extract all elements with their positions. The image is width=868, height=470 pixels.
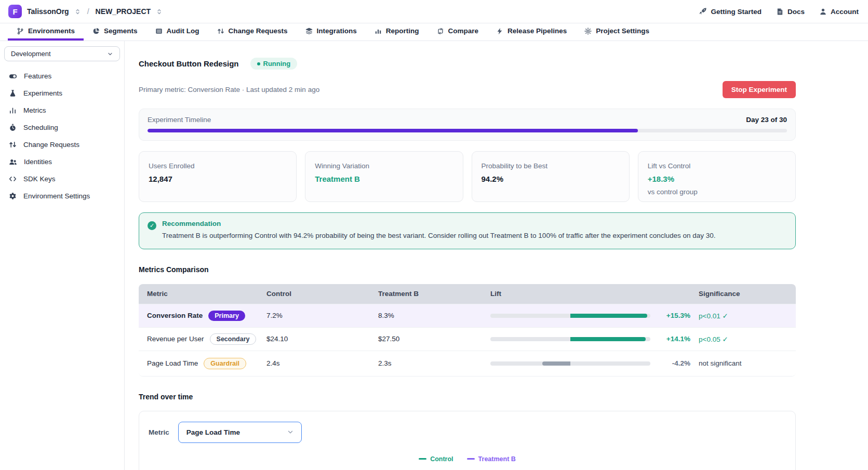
lift-bar (490, 314, 650, 318)
stat-card-probability-best: Probability to be Best 94.2% (472, 151, 630, 202)
tab-release-pipelines[interactable]: Release Pipelines (487, 23, 576, 41)
toggle-icon (9, 72, 17, 80)
treatment-value: 2.3s (370, 359, 482, 367)
recommendation-title: Recommendation (162, 220, 716, 227)
tab-segments[interactable]: Segments (84, 23, 146, 41)
lift-bar (490, 361, 650, 366)
sidebar-item-experiments[interactable]: Experiments (0, 85, 124, 102)
stat-value: Treatment B (315, 174, 453, 183)
breadcrumb-separator: / (87, 7, 89, 16)
check-circle-icon: ✓ (148, 221, 156, 230)
pie-icon (92, 28, 100, 35)
branch-icon (17, 28, 24, 35)
sidebar-item-scheduling[interactable]: Scheduling (0, 119, 124, 136)
metric-select[interactable]: Page Load Time (178, 422, 302, 443)
control-value: 7.2% (258, 312, 370, 319)
control-value: 2.4s (258, 359, 370, 367)
stat-cards: Users Enrolled 12,847 Winning Variation … (139, 151, 796, 202)
breadcrumb: F TalissonOrg / NEW_PROJECT (8, 5, 163, 18)
tab-reporting[interactable]: Reporting (366, 23, 428, 41)
metrics-icon (9, 106, 17, 114)
recommendation-body: Treatment B is outperforming Control wit… (162, 231, 716, 241)
stat-value: +18.3% (648, 174, 786, 183)
sidebar-item-identities[interactable]: Identities (0, 153, 124, 170)
bar-chart-icon (375, 28, 382, 35)
legend-item-control[interactable]: Control (419, 455, 453, 463)
project-nav: Environments Segments Audit Log Change R… (0, 23, 868, 41)
metric-select-label: Metric (149, 428, 169, 436)
stat-card-users-enrolled: Users Enrolled 12,847 (139, 151, 297, 202)
tab-compare[interactable]: Compare (428, 23, 488, 41)
rocket-icon (699, 7, 707, 16)
tab-project-settings[interactable]: Project Settings (576, 23, 658, 41)
recommendation-banner: ✓ Recommendation Treatment B is outperfo… (139, 212, 796, 249)
project-name[interactable]: NEW_PROJECT (96, 7, 151, 16)
docs-link[interactable]: Docs (776, 8, 805, 16)
lift-value: -4.2% (657, 359, 690, 367)
metrics-comparison-heading: Metrics Comparison (139, 265, 796, 274)
metric-badge: Guardrail (204, 358, 246, 369)
sidebar-item-features[interactable]: Features (0, 68, 124, 85)
project-switcher-icon[interactable] (156, 8, 163, 15)
compare-icon (437, 28, 444, 35)
control-value: $24.10 (258, 335, 370, 343)
tab-audit-log[interactable]: Audit Log (146, 23, 208, 41)
metric-name: Conversion Rate (147, 312, 203, 319)
code-icon (9, 175, 17, 183)
treatment-value: 8.3% (370, 312, 482, 319)
significance-value: p<0.05 ✓ (690, 335, 796, 343)
legend-item-treatment-b[interactable]: Treatment B (467, 455, 516, 463)
status-badge: Running (250, 58, 298, 70)
layers-icon (305, 28, 313, 35)
org-switcher-icon[interactable] (74, 8, 81, 15)
significance-value: not significant (690, 359, 796, 367)
document-icon (776, 8, 784, 16)
legend-marker-icon (419, 458, 426, 460)
sidebar-item-sdk-keys[interactable]: SDK Keys (0, 170, 124, 187)
list-icon (155, 28, 163, 35)
top-header: F TalissonOrg / NEW_PROJECT Getting Star… (0, 0, 868, 23)
experiment-meta: Primary metric: Conversion Rate · Last u… (139, 86, 319, 93)
tab-integrations[interactable]: Integrations (297, 23, 366, 41)
chevron-down-icon (287, 428, 294, 436)
metric-name: Page Load Time (147, 359, 198, 367)
lift-value: +14.1% (657, 335, 690, 343)
lift-value: +15.3% (657, 312, 690, 319)
experiment-timeline-card: Experiment Timeline Day 23 of 30 (139, 109, 796, 141)
timeline-label: Experiment Timeline (148, 116, 211, 124)
tab-environments[interactable]: Environments (8, 23, 84, 41)
chart-legend: Control Treatment B (139, 455, 795, 463)
status-dot-icon (257, 62, 260, 65)
app-logo[interactable]: F (8, 5, 22, 18)
stat-subtext: vs control group (648, 188, 786, 196)
table-row-revenue-per-user: Revenue per User Secondary $24.10 $27.50… (139, 327, 796, 351)
sidebar-item-environment-settings[interactable]: Environment Settings (0, 187, 124, 205)
tab-change-requests[interactable]: Change Requests (208, 23, 297, 41)
people-icon (9, 158, 17, 166)
sidebar-item-change-requests[interactable]: Change Requests (0, 136, 124, 153)
environment-selector[interactable]: Development (4, 46, 120, 61)
trend-chart-card: Metric Page Load Time Control (139, 411, 796, 470)
sidebar-item-metrics[interactable]: Metrics (0, 102, 124, 119)
trend-over-time-heading: Trend over time (139, 393, 796, 401)
account-link[interactable]: Account (819, 8, 859, 16)
arrows-updown-icon (217, 28, 224, 35)
lift-bar (490, 337, 650, 341)
timeline-progress-fill (148, 129, 638, 132)
experiment-title: Checkout Button Redesign (139, 59, 239, 68)
table-row-page-load-time: Page Load Time Guardrail 2.4s 2.3s -4.2%… (139, 351, 796, 376)
user-icon (819, 8, 827, 16)
bolt-icon (496, 28, 503, 35)
significance-value: p<0.01 ✓ (690, 312, 796, 320)
timeline-progress-track (148, 129, 787, 132)
metric-badge: Secondary (210, 333, 257, 345)
getting-started-link[interactable]: Getting Started (699, 7, 762, 16)
metric-badge: Primary (208, 311, 245, 321)
timeline-day-counter: Day 23 of 30 (746, 116, 787, 124)
gear-icon (584, 28, 592, 35)
metrics-comparison-table: Metric Control Treatment B Lift Signific… (139, 284, 796, 377)
org-name[interactable]: TalissonOrg (27, 7, 69, 16)
stat-card-lift-vs-control: Lift vs Control +18.3% vs control group (638, 151, 796, 202)
stop-experiment-button[interactable]: Stop Experiment (723, 81, 796, 98)
table-header-row: Metric Control Treatment B Lift Signific… (139, 284, 796, 304)
